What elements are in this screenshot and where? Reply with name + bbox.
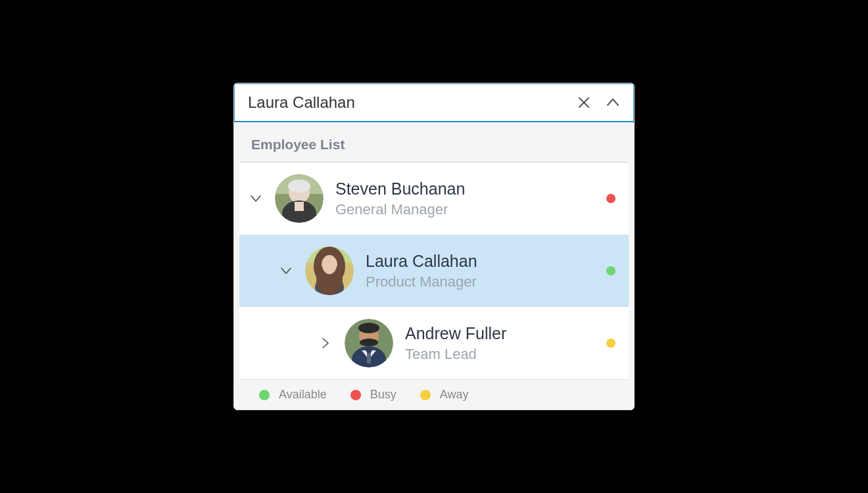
chevron-right-icon[interactable] <box>318 336 333 350</box>
search-actions <box>574 93 623 112</box>
legend-item-busy: Busy <box>350 388 397 402</box>
svg-rect-8 <box>295 202 304 211</box>
status-indicator <box>606 194 615 203</box>
svg-point-6 <box>288 179 310 193</box>
legend-dot <box>350 390 361 400</box>
chevron-down-icon[interactable] <box>279 264 293 278</box>
clear-button[interactable] <box>574 93 594 112</box>
legend-dot <box>259 390 270 400</box>
employee-name: Steven Buchanan <box>335 179 594 199</box>
status-indicator <box>606 339 615 348</box>
legend-item-available: Available <box>259 388 327 402</box>
collapse-button[interactable] <box>603 93 623 112</box>
item-text: Laura Callahan Product Manager <box>366 252 594 291</box>
item-text: Andrew Fuller Team Lead <box>405 324 594 363</box>
status-indicator <box>606 266 615 275</box>
avatar <box>305 246 354 295</box>
legend-label: Busy <box>370 388 397 402</box>
employee-role: Product Manager <box>366 273 594 291</box>
list-header: Employee List <box>239 128 629 162</box>
svg-point-20 <box>358 323 379 333</box>
chevron-down-icon[interactable] <box>249 191 263 206</box>
employee-name: Andrew Fuller <box>405 324 594 343</box>
status-legend: Available Busy Away <box>239 379 629 410</box>
search-bar <box>233 83 635 122</box>
svg-point-21 <box>360 339 378 346</box>
tree-item[interactable]: Andrew Fuller Team Lead <box>239 307 629 379</box>
employee-dropdown-panel: Employee List <box>233 83 635 410</box>
chevron-up-icon <box>606 95 620 110</box>
employee-role: Team Lead <box>405 346 594 363</box>
legend-item-away: Away <box>420 388 469 402</box>
list-header-label: Employee List <box>251 137 345 152</box>
employee-role: General Manager <box>335 201 594 218</box>
tree-item[interactable]: Laura Callahan Product Manager <box>239 235 629 307</box>
item-text: Steven Buchanan General Manager <box>335 179 594 218</box>
avatar <box>275 174 324 223</box>
list-body: Steven Buchanan General Manager <box>239 162 629 379</box>
avatar <box>345 319 393 367</box>
svg-point-16 <box>322 256 337 274</box>
dropdown-list-wrapper: Employee List <box>234 122 634 410</box>
search-input[interactable] <box>248 93 574 112</box>
legend-label: Available <box>279 388 327 402</box>
close-icon <box>577 95 591 110</box>
svg-rect-23 <box>367 353 371 364</box>
legend-label: Away <box>440 388 469 402</box>
legend-dot <box>420 390 431 400</box>
tree-item[interactable]: Steven Buchanan General Manager <box>239 162 629 235</box>
employee-name: Laura Callahan <box>366 252 594 271</box>
